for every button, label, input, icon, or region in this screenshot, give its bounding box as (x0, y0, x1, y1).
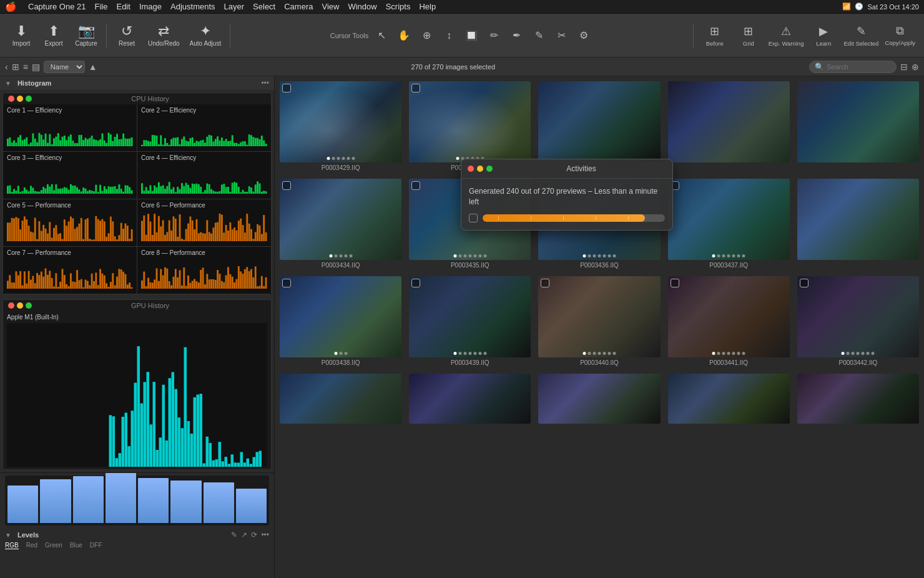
cursor-tool-3[interactable]: ⊕ (417, 26, 436, 45)
list-item[interactable]: P0003432.IIQ (409, 81, 531, 171)
gpu-minimize-dot[interactable] (17, 302, 23, 309)
menu-camera[interactable]: Camera (284, 2, 313, 11)
list-item[interactable] (538, 374, 660, 426)
list-item[interactable]: P0003439.IIQ (409, 276, 531, 366)
levels-tab-red[interactable]: Red (26, 542, 37, 549)
menu-file[interactable]: File (95, 2, 108, 11)
activities-expand-dot[interactable] (486, 166, 493, 172)
menu-select[interactable]: Select (253, 2, 275, 11)
right-panel[interactable]: P0003429.IIQ (275, 76, 924, 578)
import-button[interactable]: ⬇ Import (6, 17, 36, 54)
list-item[interactable] (538, 81, 660, 171)
image-checkbox[interactable] (411, 279, 420, 287)
menu-edit[interactable]: Edit (116, 2, 130, 11)
cursor-tool-5[interactable]: 🔲 (462, 26, 481, 45)
progress-checkbox[interactable] (469, 214, 478, 222)
image-checkbox[interactable] (282, 279, 291, 287)
list-item[interactable]: P0003429.IIQ (280, 81, 401, 171)
list-item[interactable] (280, 374, 401, 426)
gpu-close-dot[interactable] (8, 302, 14, 309)
gpu-expand-dot[interactable] (26, 302, 32, 309)
list-item[interactable]: P0003437.IIQ (668, 179, 790, 269)
image-checkbox[interactable] (411, 84, 420, 92)
apple-menu[interactable]: 🍎 (5, 1, 17, 12)
list-item[interactable] (409, 374, 531, 426)
cpu-expand-dot[interactable] (26, 96, 32, 102)
menu-adjustments[interactable]: Adjustments (170, 2, 215, 11)
list-item[interactable]: P0003441.IIQ (668, 276, 790, 366)
histogram-collapse-arrow[interactable]: ▼ (5, 80, 11, 87)
levels-tab-green[interactable]: Green (45, 542, 62, 549)
before-button[interactable]: ⊞ Before (699, 22, 731, 49)
list-item[interactable]: P0003438.IIQ (280, 276, 401, 366)
cursor-tool-8[interactable]: ✎ (529, 26, 548, 45)
levels-curves-icon[interactable]: ↗ (241, 531, 247, 539)
levels-edit-icon[interactable]: ✎ (231, 531, 237, 539)
histogram-menu-icon[interactable]: ••• (261, 79, 269, 87)
cpu-minimize-dot[interactable] (17, 96, 23, 102)
filmstrip-view-icon[interactable]: ▤ (32, 62, 40, 72)
sort-select[interactable]: Name Date Rating (44, 61, 85, 73)
image-checkbox[interactable] (800, 279, 808, 287)
histogram-section-header[interactable]: ▼ Histogram ••• (0, 76, 274, 90)
levels-tab-dff[interactable]: DFF (90, 542, 102, 549)
cursor-tool-9[interactable]: ✂ (552, 26, 571, 45)
edit-selected-button[interactable]: ✎ Edit Selected (841, 22, 881, 49)
menu-view[interactable]: View (322, 2, 339, 11)
menu-image[interactable]: Image (139, 2, 162, 11)
cpu-close-dot[interactable] (8, 96, 14, 102)
search-input[interactable] (827, 63, 889, 71)
activities-close-dot[interactable] (468, 166, 474, 172)
cursor-tool-7[interactable]: ✒ (507, 26, 526, 45)
export-button[interactable]: ⬆ Export (39, 17, 69, 54)
list-view-icon[interactable]: ≡ (23, 62, 28, 72)
svg-rect-461 (227, 267, 229, 289)
list-item[interactable] (668, 374, 790, 426)
grid-button[interactable]: ⊞ Grid (732, 22, 765, 49)
levels-collapse-arrow[interactable]: ▼ (5, 532, 11, 539)
zoom-slider[interactable]: ⊕ (912, 62, 919, 72)
list-item[interactable]: P0003440.IIQ (538, 276, 660, 366)
menu-scripts[interactable]: Scripts (386, 2, 411, 11)
menu-window[interactable]: Window (348, 2, 376, 11)
cursor-tool-10[interactable]: ⚙ (574, 26, 593, 45)
exp-warning-button[interactable]: ⚠ Exp. Warning (766, 22, 807, 49)
levels-reset-icon[interactable]: ⟳ (251, 531, 257, 539)
svg-rect-426 (154, 279, 155, 289)
list-item[interactable] (797, 81, 919, 171)
levels-menu-icon[interactable]: ••• (261, 531, 269, 539)
list-item[interactable] (797, 179, 919, 269)
list-item[interactable] (668, 81, 790, 171)
filter-icon[interactable]: ⊟ (900, 62, 908, 72)
learn-button[interactable]: ▶ Learn (807, 22, 840, 49)
cursor-tool-4[interactable]: ↕ (440, 26, 458, 45)
activities-minimize-dot[interactable] (477, 166, 483, 172)
image-checkbox[interactable] (282, 84, 291, 92)
auto-adjust-button[interactable]: ✦ Auto Adjust (186, 17, 225, 54)
list-item[interactable]: P0003434.IIQ (280, 179, 401, 269)
image-checkbox[interactable] (282, 181, 291, 190)
cursor-tool-1[interactable]: ↖ (372, 26, 391, 45)
levels-tab-blue[interactable]: Blue (70, 542, 82, 549)
capture-button[interactable]: 📷 Capture (71, 17, 101, 54)
menu-help[interactable]: Help (419, 2, 436, 11)
copy-apply-button[interactable]: ⧉ Copy/Apply (882, 22, 918, 49)
image-checkbox[interactable] (671, 279, 679, 287)
list-item[interactable] (797, 374, 919, 426)
cursor-tool-6[interactable]: ✏ (484, 26, 503, 45)
menu-layer[interactable]: Layer (224, 2, 245, 11)
grid-view-icon[interactable]: ⊞ (12, 62, 19, 72)
list-item[interactable]: P0003442.IIQ (797, 276, 919, 366)
undo-redo-button[interactable]: ⇄ Undo/Redo (144, 17, 184, 54)
reset-button[interactable]: ↺ Reset (112, 17, 142, 54)
levels-tab-rgb[interactable]: RGB (5, 542, 19, 549)
svg-rect-413 (118, 269, 120, 289)
collapse-left-icon[interactable]: ‹ (5, 62, 8, 72)
sort-asc-icon[interactable]: ▲ (89, 62, 97, 72)
image-checkbox[interactable] (541, 279, 549, 287)
cursor-tool-2[interactable]: ✋ (395, 26, 413, 45)
image-checkbox[interactable] (411, 181, 420, 190)
search-box[interactable]: 🔍 (809, 61, 897, 73)
menu-capture-one[interactable]: Capture One 21 (28, 2, 86, 11)
svg-rect-15 (39, 133, 41, 146)
